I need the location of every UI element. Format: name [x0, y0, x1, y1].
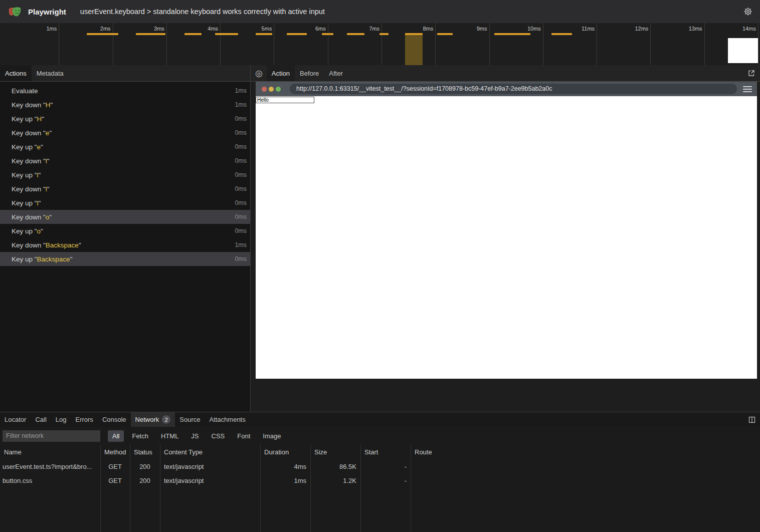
- action-row[interactable]: Key up "l"0ms: [0, 196, 250, 210]
- action-row[interactable]: Key down "Backspace"1ms: [0, 238, 250, 252]
- action-label: ": [39, 199, 41, 207]
- column-header-name[interactable]: Name: [0, 445, 100, 459]
- cell-size: 1.2K: [310, 473, 360, 487]
- action-key-value: e: [46, 129, 50, 137]
- tab-label: Log: [56, 416, 67, 423]
- timeline-action-bar[interactable]: [379, 33, 389, 35]
- tab-locator[interactable]: Locator: [0, 412, 31, 427]
- network-toolbar: AllFetchHTMLJSCSSFontImage: [0, 427, 760, 445]
- action-row[interactable]: Key down "e"0ms: [0, 126, 250, 140]
- snapshot-tabstrip: ◎ ActionBeforeAfter: [251, 65, 760, 82]
- filter-network-input[interactable]: [3, 430, 100, 442]
- timeline-action-bar[interactable]: [494, 33, 530, 35]
- action-key-value: o: [37, 227, 41, 235]
- page-snapshot[interactable]: http://127.0.0.1:63315/__vitest_test__/?…: [256, 82, 757, 379]
- action-label: Key up ": [12, 143, 37, 151]
- action-row[interactable]: Key down "o"0ms: [0, 210, 250, 224]
- timeline-action-bar[interactable]: [322, 33, 333, 35]
- action-label: Evaluate: [12, 87, 38, 95]
- action-row[interactable]: Evaluate1ms: [0, 84, 250, 98]
- filter-chip-fetch[interactable]: Fetch: [127, 430, 153, 442]
- timeline-screenshot-thumbnail[interactable]: [728, 38, 758, 63]
- action-row[interactable]: Key up "H"0ms: [0, 112, 250, 126]
- cell-content-type: text/javascript: [160, 459, 260, 473]
- filter-chip-js[interactable]: JS: [186, 430, 203, 442]
- tab-log[interactable]: Log: [51, 412, 71, 427]
- column-header-status[interactable]: Status: [130, 445, 160, 459]
- trace-viewer: Playwright userEvent.keyboard > standalo…: [0, 0, 760, 532]
- action-row[interactable]: Key down "l"0ms: [0, 182, 250, 196]
- timeline-gridline: [758, 23, 758, 65]
- cell-start: -: [360, 473, 411, 487]
- action-label: Key up ": [12, 227, 37, 235]
- timeline-action-bar[interactable]: [184, 33, 202, 35]
- timeline-action-bar[interactable]: [347, 33, 364, 35]
- tab-metadata[interactable]: Metadata: [32, 65, 69, 81]
- timeline-gridline: [220, 23, 221, 65]
- column-header-method[interactable]: Method: [100, 445, 130, 459]
- timeline-tick-label: 10ms: [527, 26, 543, 32]
- action-row[interactable]: Key up "Backspace"0ms: [0, 252, 250, 266]
- bottom-panel: LocatorCallLogErrorsConsoleNetwork2Sourc…: [0, 412, 760, 532]
- timeline-tick-label: 8ms: [423, 26, 435, 32]
- tab-attachments[interactable]: Attachments: [205, 412, 250, 427]
- timeline[interactable]: 1ms2ms3ms4ms5ms6ms7ms8ms9ms10ms11ms12ms1…: [0, 23, 760, 65]
- action-duration: 0ms: [235, 255, 247, 262]
- filter-chip-font[interactable]: Font: [233, 430, 255, 442]
- split-view-icon[interactable]: [744, 412, 760, 427]
- column-header-size[interactable]: Size: [310, 445, 360, 459]
- column-header-route[interactable]: Route: [411, 445, 760, 459]
- action-row[interactable]: Key down "H"1ms: [0, 98, 250, 112]
- timeline-gridline: [113, 23, 113, 65]
- timeline-selected-action-cap: [405, 33, 423, 35]
- timeline-action-bar[interactable]: [256, 33, 272, 35]
- network-request-row[interactable]: button.cssGET200text/javascript1ms1.2K-: [0, 473, 760, 487]
- network-request-row[interactable]: userEvent.test.ts?import&bro...GET200tex…: [0, 459, 760, 473]
- tab-action[interactable]: Action: [267, 65, 295, 81]
- open-external-icon[interactable]: [743, 65, 760, 81]
- filter-chip-css[interactable]: CSS: [207, 430, 230, 442]
- column-header-content-type[interactable]: Content Type: [160, 445, 260, 459]
- timeline-tick-label: 11ms: [582, 26, 597, 32]
- action-label: ": [70, 255, 73, 263]
- filter-chip-html[interactable]: HTML: [156, 430, 183, 442]
- timeline-action-bar[interactable]: [136, 33, 165, 35]
- tab-after[interactable]: After: [324, 65, 347, 81]
- timeline-action-bar[interactable]: [437, 33, 453, 35]
- action-row[interactable]: Key up "l"0ms: [0, 168, 250, 182]
- tab-actions[interactable]: Actions: [0, 65, 32, 81]
- cell-size: 86.5K: [310, 459, 360, 473]
- tab-call[interactable]: Call: [31, 412, 51, 427]
- tab-errors[interactable]: Errors: [71, 412, 97, 427]
- tab-source[interactable]: Source: [175, 412, 205, 427]
- tab-before[interactable]: Before: [295, 65, 324, 81]
- action-label: Key down ": [12, 129, 46, 137]
- timeline-selected-action-bar[interactable]: [405, 33, 423, 65]
- timeline-action-bar[interactable]: [215, 33, 238, 35]
- snapshot-pane: ◎ ActionBeforeAfter http://127.0.0.1:633…: [251, 65, 760, 412]
- timeline-tick-label: 13ms: [689, 26, 704, 32]
- cell-start: -: [360, 459, 411, 473]
- trace-title: userEvent.keyboard > standalone keyboard…: [80, 8, 325, 16]
- action-label: ": [39, 171, 41, 179]
- cell-status: 200: [130, 459, 160, 473]
- tab-network[interactable]: Network2: [131, 412, 175, 427]
- action-list: Evaluate1msKey down "H"1msKey up "H"0msK…: [0, 82, 250, 412]
- action-row[interactable]: Key down "l"0ms: [0, 154, 250, 168]
- tab-label: Console: [102, 416, 126, 423]
- timeline-action-bar[interactable]: [551, 33, 572, 35]
- action-row[interactable]: Key up "e"0ms: [0, 140, 250, 154]
- address-bar: http://127.0.0.1:63315/__vitest_test__/?…: [290, 84, 737, 94]
- page-text-input[interactable]: Hello: [256, 97, 314, 103]
- pick-locator-icon[interactable]: ◎: [251, 65, 267, 81]
- action-key-value: H: [46, 101, 51, 109]
- tab-console[interactable]: Console: [98, 412, 131, 427]
- column-header-duration[interactable]: Duration: [260, 445, 310, 459]
- timeline-action-bar[interactable]: [287, 33, 307, 35]
- action-row[interactable]: Key up "o"0ms: [0, 224, 250, 238]
- settings-gear-icon[interactable]: [743, 7, 753, 17]
- filter-chip-all[interactable]: All: [108, 430, 124, 442]
- filter-chip-image[interactable]: Image: [258, 430, 285, 442]
- timeline-action-bar[interactable]: [87, 33, 118, 35]
- column-header-start[interactable]: Start: [360, 445, 411, 459]
